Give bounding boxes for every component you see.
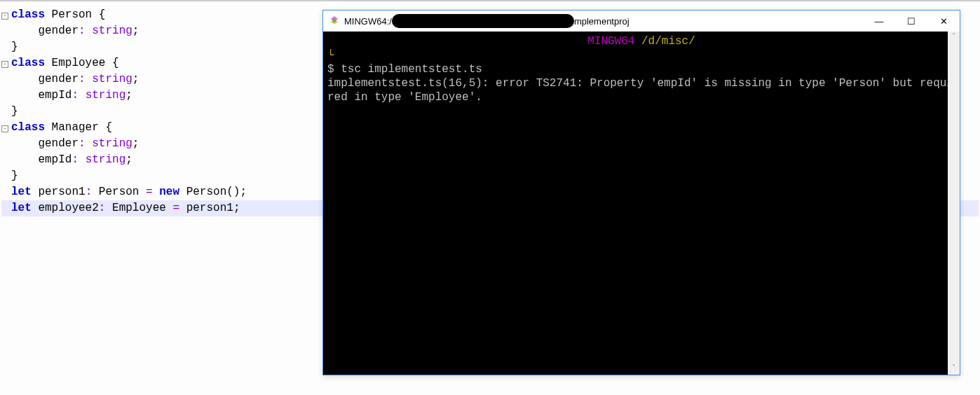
code-token: let (11, 200, 38, 216)
code-token: string (92, 23, 132, 39)
code-token: = (172, 200, 186, 216)
code-token: ; (132, 23, 139, 39)
code-token: : (99, 200, 112, 216)
code-token: employee2 (38, 200, 98, 216)
fold-toggle-icon[interactable]: - (1, 13, 8, 20)
code-token: gender (11, 23, 79, 39)
code-token: : (86, 184, 99, 200)
terminal-header: MINGW64 /d/misc/ (327, 34, 955, 48)
prompt-sign: $ (327, 63, 341, 76)
code-token: ; (132, 71, 139, 88)
scroll-up-icon[interactable]: ˆ (948, 32, 960, 43)
svg-marker-2 (332, 19, 336, 22)
code-token: = (146, 184, 159, 200)
title-prefix: MINGW64:/ (344, 16, 392, 27)
code-token: string (92, 136, 132, 152)
code-token: Person { (52, 7, 106, 23)
terminal-scrollbar[interactable]: ˆ ˇ (948, 32, 960, 375)
code-token: string (86, 152, 126, 168)
code-token: Person (186, 184, 227, 200)
terminal-output: implementstest.ts(16,5): error TS2741: P… (327, 76, 955, 104)
code-token: } (11, 104, 18, 120)
terminal-command-line: $ tsc implementstest.ts (327, 62, 955, 76)
terminal-window: MINGW64:/ mplementproj — ☐ ✕ MINGW64 /d/… (322, 10, 960, 375)
terminal-command: tsc implementstest.ts (341, 63, 482, 76)
code-token: empId (11, 88, 72, 104)
code-token: : (79, 71, 92, 88)
terminal-env: MINGW64 (587, 35, 641, 48)
title-suffix: mplementproj (574, 16, 629, 27)
code-token: } (11, 168, 18, 184)
maximize-button[interactable]: ☐ (895, 11, 927, 32)
code-token: person1 (38, 184, 85, 200)
code-token: class (11, 55, 52, 71)
minimize-button[interactable]: — (863, 11, 895, 32)
code-token: Employee (112, 200, 172, 216)
fold-toggle-icon[interactable]: - (1, 61, 8, 68)
code-token: ; (125, 152, 132, 168)
code-token: : (79, 136, 92, 152)
code-token: string (92, 71, 132, 88)
code-token: let (11, 184, 38, 200)
fold-toggle-icon[interactable]: - (1, 125, 8, 132)
code-token: gender (11, 71, 79, 88)
title-redacted (392, 14, 574, 28)
terminal-path: /d/misc/ (641, 35, 695, 48)
terminal-body[interactable]: MINGW64 /d/misc/ └ $ tsc implementstest.… (323, 32, 960, 375)
code-token: person1 (186, 200, 233, 216)
code-token: ; (233, 200, 240, 216)
code-token: string (86, 88, 126, 104)
code-token: Employee { (52, 55, 119, 71)
code-token: : (72, 152, 85, 168)
terminal-tail-marker: └ (327, 48, 955, 62)
scroll-down-icon[interactable]: ˇ (948, 363, 960, 375)
fold-gutter[interactable]: - (1, 55, 11, 71)
titlebar-title: MINGW64:/ mplementproj (344, 14, 629, 28)
code-token: : (79, 23, 92, 39)
code-token: class (11, 120, 52, 136)
code-token: Manager { (52, 120, 112, 136)
code-token: (); (226, 184, 247, 200)
titlebar[interactable]: MINGW64:/ mplementproj — ☐ ✕ (323, 11, 960, 32)
code-token: ; (125, 88, 132, 104)
code-token: gender (11, 136, 79, 152)
code-token: new (159, 184, 186, 200)
fold-gutter[interactable]: - (1, 7, 11, 23)
code-token: class (11, 7, 52, 23)
terminal-app-icon (329, 15, 340, 27)
window-controls: — ☐ ✕ (863, 11, 960, 32)
code-token: ; (132, 136, 139, 152)
code-token: Person (99, 184, 146, 200)
code-token: } (11, 39, 18, 55)
code-token: : (72, 88, 85, 104)
code-token: empId (11, 152, 72, 168)
close-button[interactable]: ✕ (927, 11, 960, 32)
fold-gutter[interactable]: - (1, 120, 11, 136)
